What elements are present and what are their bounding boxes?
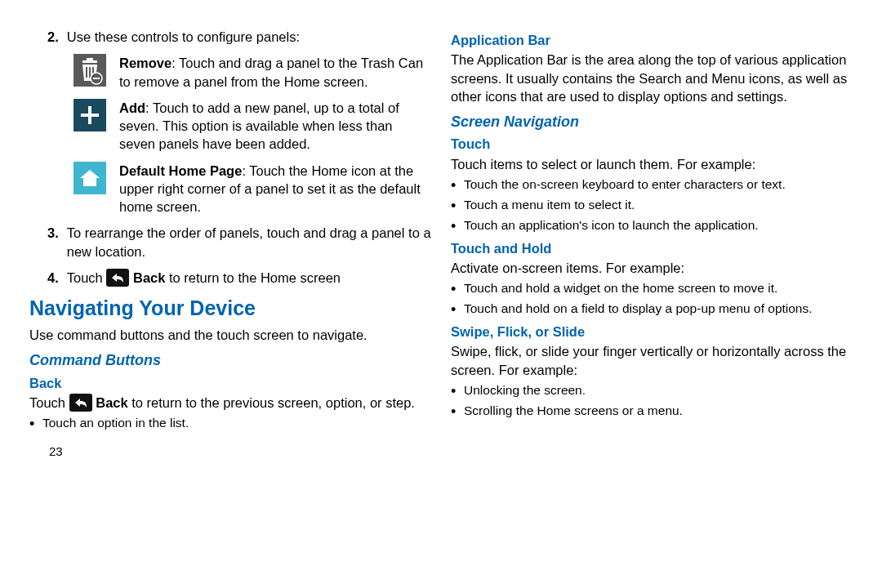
item-number: 3. <box>29 224 59 261</box>
list-item: Touch the on-screen keyboard to enter ch… <box>451 176 853 194</box>
item-text: Touch Back to return to the Home screen <box>67 269 431 287</box>
control-remove-row: Remove: Touch and drag a panel to the Tr… <box>74 54 431 91</box>
list-item: Touch an application's icon to launch th… <box>451 217 853 234</box>
list-item: Scrolling the Home screens or a menu. <box>451 403 853 420</box>
touch-word: Touch <box>67 270 107 285</box>
touch-hold-bullets: Touch and hold a widget on the home scre… <box>451 280 853 318</box>
list-item: Unlocking the screen. <box>451 382 853 399</box>
swipe-intro: Swipe, flick, or slide your finger verti… <box>451 342 853 379</box>
list-item: Touch a menu item to select it. <box>451 197 853 214</box>
add-label: Add <box>119 100 145 115</box>
application-bar-text: The Application Bar is the area along th… <box>451 51 853 105</box>
command-buttons-heading: Command Buttons <box>29 350 431 370</box>
home-icon <box>74 162 108 216</box>
control-add-text: Add: Touch to add a new panel, up to a t… <box>119 99 431 154</box>
item-text: Use these controls to configure panels: <box>67 28 431 46</box>
svg-rect-7 <box>93 78 100 79</box>
left-column: 2. Use these controls to configure panel… <box>29 28 431 580</box>
list-item-3: 3. To rearrange the order of panels, tou… <box>29 224 431 261</box>
touch-heading: Touch <box>451 135 853 153</box>
list-item-2: 2. Use these controls to configure panel… <box>29 28 431 46</box>
svg-rect-1 <box>82 60 97 63</box>
add-desc: : Touch to add a new panel, up to a tota… <box>119 100 399 152</box>
application-bar-heading: Application Bar <box>451 31 853 49</box>
list-item: Touch an option in the list. <box>29 415 431 432</box>
default-label: Default Home Page <box>119 163 242 178</box>
item-number: 2. <box>29 28 59 46</box>
svg-rect-3 <box>86 67 87 78</box>
control-default-home-text: Default Home Page: Touch the Home icon a… <box>119 162 431 216</box>
rest-text: to return to the Home screen <box>165 270 341 285</box>
control-add-row: Add: Touch to add a new panel, up to a t… <box>74 99 431 154</box>
back-word: Back <box>129 270 165 285</box>
touch-hold-heading: Touch and Hold <box>451 239 853 257</box>
trash-icon <box>74 54 108 91</box>
control-remove-text: Remove: Touch and drag a panel to the Tr… <box>119 54 431 91</box>
back-paragraph: Touch Back to return to the previous scr… <box>29 394 431 412</box>
list-item-4: 4. Touch Back to return to the Home scre… <box>29 269 431 287</box>
back-icon <box>69 394 92 412</box>
svg-rect-10 <box>81 114 99 117</box>
back-subheading: Back <box>29 374 431 392</box>
nav-intro: Use command buttons and the touch screen… <box>29 326 431 344</box>
navigating-heading: Navigating Your Device <box>29 295 431 323</box>
right-column: Application Bar The Application Bar is t… <box>451 28 853 580</box>
touch-hold-intro: Activate on-screen items. For example: <box>451 259 853 277</box>
back-icon <box>106 269 129 287</box>
svg-rect-4 <box>89 67 91 78</box>
swipe-bullets: Unlocking the screen. Scrolling the Home… <box>451 382 853 420</box>
item-number: 4. <box>29 269 59 287</box>
touch-intro: Touch items to select or launch them. Fo… <box>451 155 853 173</box>
touch-bullets: Touch the on-screen keyboard to enter ch… <box>451 176 853 234</box>
rest-text: to return to the previous screen, option… <box>128 395 415 410</box>
svg-rect-2 <box>87 58 93 60</box>
list-item: Touch and hold a widget on the home scre… <box>451 280 853 297</box>
back-bullets: Touch an option in the list. <box>29 415 431 432</box>
plus-icon <box>74 99 108 154</box>
page-number: 23 <box>29 443 431 460</box>
list-item: Touch and hold on a field to display a p… <box>451 301 853 318</box>
back-word: Back <box>92 395 128 410</box>
remove-label: Remove <box>119 56 172 70</box>
swipe-heading: Swipe, Flick, or Slide <box>451 323 853 341</box>
screen-navigation-heading: Screen Navigation <box>451 112 853 131</box>
item-text: To rearrange the order of panels, touch … <box>67 224 431 261</box>
control-default-home-row: Default Home Page: Touch the Home icon a… <box>74 162 431 216</box>
touch-word: Touch <box>29 395 69 410</box>
